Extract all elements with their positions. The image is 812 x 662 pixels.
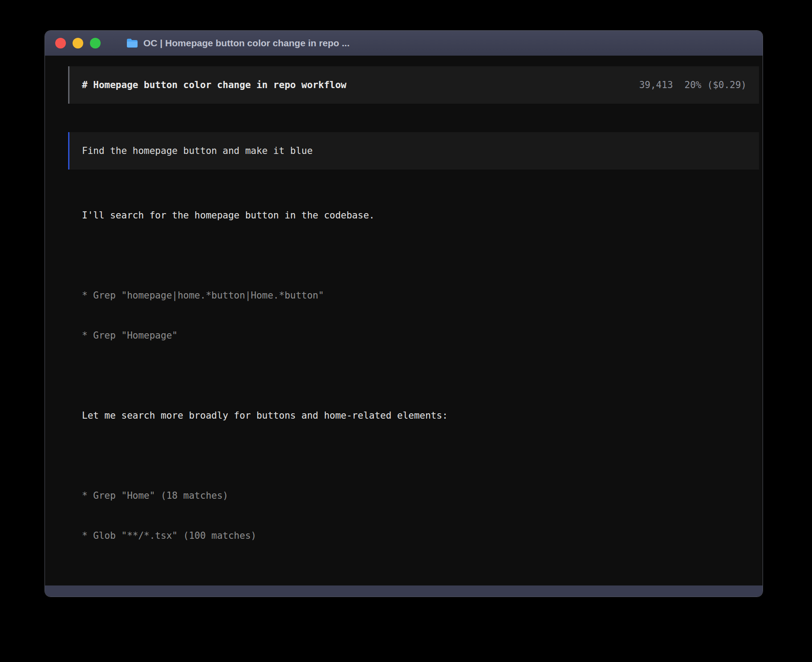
session-stats: 39,41320%($0.29) — [639, 78, 747, 92]
desktop: OC | Homepage button color change in rep… — [0, 0, 812, 662]
folder-icon — [126, 38, 138, 48]
user-message-text: Find the homepage button and make it blu… — [82, 144, 313, 157]
session-title: # Homepage button color change in repo w… — [82, 78, 346, 92]
session-header: # Homepage button color change in repo w… — [68, 66, 759, 104]
zoom-button[interactable] — [90, 38, 101, 48]
tool-call-glob: * Glob "**/*.tsx" (100 matches) — [82, 529, 759, 542]
window-title: OC | Homepage button color change in rep… — [143, 38, 349, 48]
title-group: OC | Homepage button color change in rep… — [126, 31, 349, 56]
window-titlebar[interactable]: OC | Homepage button color change in rep… — [45, 31, 763, 56]
token-count: 39,413 — [639, 80, 673, 90]
assistant-paragraph: I'll search for the homepage button in t… — [82, 182, 759, 249]
close-button[interactable] — [55, 38, 66, 48]
minimize-button[interactable] — [73, 38, 83, 48]
tool-call-grep: * Grep "homepage|home.*button|Home.*butt… — [82, 289, 759, 302]
terminal-content: # Homepage button color change in repo w… — [45, 56, 763, 585]
assistant-paragraph: Let me search more broadly for buttons a… — [82, 382, 759, 449]
assistant-text: I'll search for the homepage button in t… — [82, 209, 759, 222]
tool-call-grep: * Grep "Homepage" — [82, 329, 759, 342]
tool-call-group: * Grep "homepage|home.*button|Home.*butt… — [82, 262, 759, 369]
session-cost: ($0.29) — [707, 80, 747, 90]
assistant-paragraph: I found several "Home" links. Let me loo… — [82, 582, 759, 585]
tool-call-grep: * Grep "Home" (18 matches) — [82, 489, 759, 502]
context-percent: 20% — [685, 80, 702, 90]
assistant-text: Let me search more broadly for buttons a… — [82, 409, 759, 422]
window-controls — [55, 31, 101, 56]
tool-call-group: * Grep "Home" (18 matches) * Glob "**/*.… — [82, 462, 759, 569]
window-bottom-strip — [45, 585, 763, 597]
terminal-window: OC | Homepage button color change in rep… — [45, 30, 763, 597]
user-message: Find the homepage button and make it blu… — [68, 132, 759, 170]
